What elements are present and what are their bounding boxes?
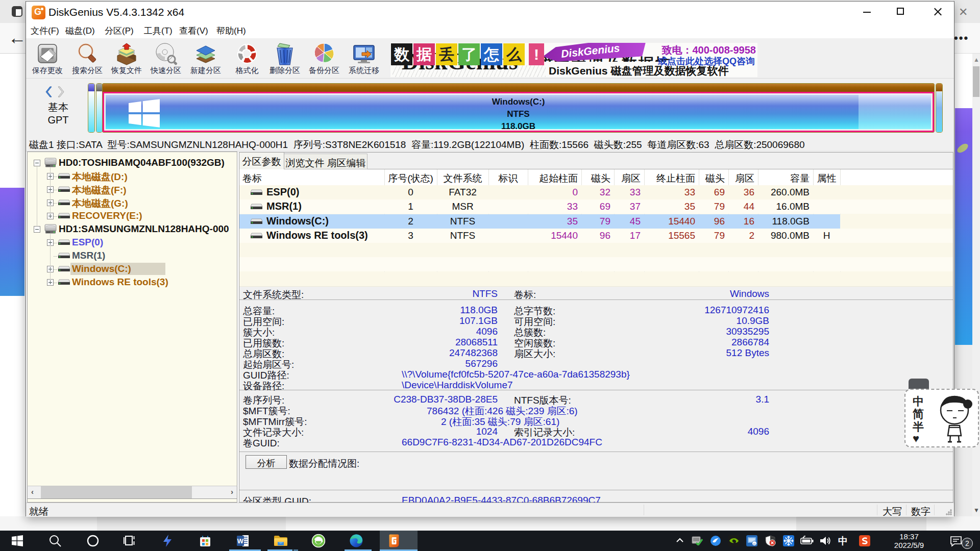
partition-bar-windows-c[interactable]: Windows(C:) NTFS 118.0GB: [102, 83, 935, 133]
tree-item-esp-0-[interactable]: ESP(0): [28, 236, 237, 249]
tray-sogou-icon[interactable]: [859, 535, 871, 546]
column-header-6[interactable]: 扇区: [614, 172, 641, 185]
toolbar-button-trash-bin[interactable]: 删除分区: [265, 41, 305, 76]
detail-row-9: 卷序列号:C238-DB37-38DB-28E5NTFS版本号:3.1: [239, 394, 953, 405]
column-header-9[interactable]: 扇区: [728, 172, 754, 185]
toolbar-button-migrate-monitor[interactable]: 系统迁移: [344, 41, 384, 76]
cell-capacity: 980.0MB: [758, 230, 810, 241]
tree-connector: [54, 269, 57, 270]
taskbar-start-icon[interactable]: [5, 531, 30, 551]
tray-defender-icon[interactable]: [765, 535, 777, 546]
notification-badge[interactable]: 2: [962, 538, 973, 549]
tree-scroll-right-icon[interactable]: ›: [231, 487, 233, 496]
taskbar-taskview-icon[interactable]: [117, 531, 142, 551]
column-header-5[interactable]: 磁头: [581, 172, 610, 185]
tree-item-msr-1-[interactable]: MSR(1): [28, 249, 237, 263]
bg-scroll-up-icon[interactable]: ▲: [973, 56, 979, 63]
tree-horizontal-scrollbar[interactable]: ‹ ›: [27, 486, 237, 499]
tree-item-hd0-toshibamq04abf100-932gb-[interactable]: HD0:TOSHIBAMQ04ABF100(932GB): [28, 157, 237, 170]
tree-item--f-[interactable]: 本地磁盘(F:): [28, 183, 237, 196]
bg-menu-dots-icon[interactable]: •••: [954, 35, 969, 42]
tray-chevron-icon[interactable]: [675, 535, 687, 546]
taskbar-store-icon[interactable]: [193, 531, 217, 551]
taskbar-diskgenius-icon[interactable]: [382, 531, 406, 551]
tree-item-label: RECOVERY(E:): [72, 210, 142, 221]
tray-notification-icon[interactable]: [949, 535, 962, 546]
tree-item-recovery-e-[interactable]: RECOVERY(E:): [28, 210, 237, 223]
tree-item--g-[interactable]: 本地磁盘(G:): [28, 196, 237, 210]
tray-battery-icon[interactable]: [800, 535, 813, 546]
taskbar-word-icon[interactable]: W: [231, 531, 255, 551]
tab-partition-params[interactable]: 分区参数: [239, 153, 284, 169]
tree-scrollbar-thumb[interactable]: [41, 486, 192, 498]
column-header-7[interactable]: 终止柱面: [644, 172, 695, 185]
column-header-1[interactable]: 序号(状态): [384, 172, 437, 185]
bg-close-icon[interactable]: ✕: [959, 7, 968, 18]
bg-scroll-down-icon[interactable]: ▼: [973, 507, 979, 514]
bg-tab-icon[interactable]: [12, 6, 22, 17]
close-button[interactable]: [922, 2, 952, 22]
column-header-3[interactable]: 标识: [488, 172, 528, 185]
tab-browse-files[interactable]: 浏览文件: [284, 154, 326, 169]
tray-update-icon[interactable]: [692, 535, 704, 546]
toolbar-button-layers-new[interactable]: 新建分区: [186, 41, 226, 76]
partition-bar-re-tools[interactable]: [936, 83, 943, 133]
tree-expand-minus-icon[interactable]: [34, 160, 40, 166]
resize-grip[interactable]: [946, 509, 952, 515]
tree-expand-minus-icon[interactable]: [34, 226, 40, 233]
tree-item-windows-re-tools-3-[interactable]: Windows RE tools(3): [28, 276, 237, 289]
menu-item-4[interactable]: 查看(V): [179, 25, 208, 37]
table-row-windows-re-tools-3-[interactable]: Windows RE tools(3)3NTFS1544096171556579…: [239, 229, 953, 243]
toolbar-button-cd-quick[interactable]: 快速分区: [146, 41, 186, 76]
menu-item-2[interactable]: 分区(P): [105, 25, 134, 37]
taskbar-cortana-icon[interactable]: [81, 531, 105, 551]
tray-intel-icon[interactable]: in: [746, 535, 758, 546]
column-header-4[interactable]: 起始柱面: [528, 172, 578, 185]
menu-item-0[interactable]: 文件(F): [31, 25, 59, 37]
bg-scrollbar-thumb[interactable]: [973, 66, 979, 97]
menu-item-5[interactable]: 帮助(H): [216, 25, 246, 37]
column-header-10[interactable]: 容量: [758, 172, 810, 185]
minimize-button[interactable]: [852, 2, 881, 22]
taskbar-search-icon[interactable]: [43, 531, 67, 551]
toolbar-button-recover-layers[interactable]: 恢复文件: [107, 41, 146, 76]
ad-qq-link[interactable]: 或点击此处选择QQ咨询: [646, 55, 755, 67]
maximize-button[interactable]: [886, 2, 915, 22]
ime-indicator[interactable]: 中: [838, 535, 848, 548]
toolbar-button-save-disk[interactable]: 保存更改: [28, 41, 67, 76]
tray-volume-icon[interactable]: [819, 535, 831, 546]
tree-scroll-left-icon[interactable]: ‹: [31, 487, 34, 496]
taskbar-flash-icon[interactable]: [155, 531, 180, 551]
meme-sticker[interactable]: 中 简 半 ♥: [904, 389, 979, 447]
tray-nvidia-icon[interactable]: [728, 535, 741, 546]
tree-item-hd1-samsungmznln128hahq-000[interactable]: HD1:SAMSUNGMZNLN128HAHQ-000: [28, 223, 237, 236]
cell-fs: NTFS: [437, 216, 488, 227]
partition-bar-esp[interactable]: [88, 83, 95, 133]
titlebar[interactable]: G DiskGenius V5.4.3.1342 x64: [26, 2, 954, 23]
menu-item-3[interactable]: 工具(T): [144, 25, 173, 37]
table-row-msr-1-[interactable]: MSR(1)1MSR33693735794416.0MB: [239, 199, 953, 214]
taskbar-explorer-icon[interactable]: [268, 531, 293, 551]
disk-nav-arrows[interactable]: [44, 86, 69, 98]
toolbar-button-format-ring[interactable]: 格式化: [227, 41, 267, 76]
toolbar-button-backup-pie[interactable]: 备份分区: [304, 41, 344, 76]
taskbar-360-icon[interactable]: [306, 531, 331, 551]
column-header-0[interactable]: 卷标: [242, 172, 262, 185]
table-row-esp-0-[interactable]: ESP(0)0FAT3203233336936260.0MB: [239, 185, 953, 199]
analyze-button[interactable]: 分析: [246, 455, 287, 469]
column-header-2[interactable]: 文件系统: [437, 172, 488, 185]
taskbar-edge-icon[interactable]: [344, 531, 369, 551]
taskbar-clock[interactable]: 18:37 2022/5/9: [887, 532, 931, 549]
table-row-windows-c-[interactable]: Windows(C:)2NTFS357945154409616118.0GB: [239, 214, 953, 229]
tree-item--d-[interactable]: 本地磁盘(D:): [28, 170, 237, 183]
back-arrow-icon[interactable]: ←: [8, 29, 27, 47]
menu-item-1[interactable]: 磁盘(D): [65, 25, 95, 37]
toolbar-button-search-magnifier[interactable]: 搜索分区: [67, 41, 107, 76]
column-header-11[interactable]: 属性: [813, 172, 840, 185]
tray-thunder-icon[interactable]: [710, 535, 722, 546]
column-header-8[interactable]: 磁头: [699, 172, 725, 185]
tray-snowflake-icon[interactable]: [783, 535, 795, 546]
tab-sector-edit[interactable]: 扇区编辑: [326, 154, 368, 169]
tree-item-windows-c-[interactable]: Windows(C:): [28, 263, 237, 276]
ad-banner[interactable]: !么怎了丢据数DiskGenius DiskGenius 致电：400-008-…: [390, 43, 757, 77]
